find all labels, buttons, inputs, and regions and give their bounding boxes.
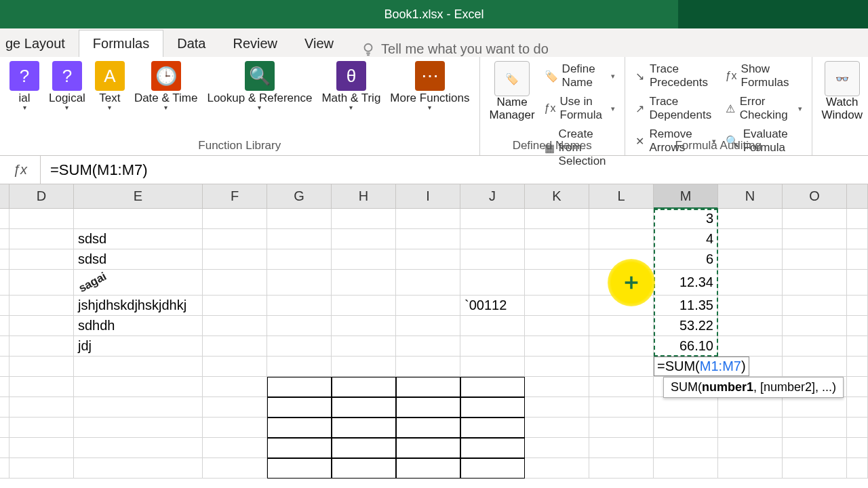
svg-point-0 bbox=[365, 43, 372, 51]
table-row[interactable] bbox=[0, 397, 868, 418]
formula-bar: ƒx =SUM(M1:M7) bbox=[0, 156, 868, 184]
col-header-H[interactable]: H bbox=[332, 184, 396, 209]
table-row[interactable]: 3 bbox=[0, 209, 868, 229]
cell-edit-overlay[interactable]: =SUM(M1:M7) bbox=[654, 357, 749, 376]
fx-button[interactable]: ƒx bbox=[0, 156, 41, 184]
table-row[interactable] bbox=[0, 458, 868, 479]
error-check-icon: ⚠ bbox=[726, 101, 736, 116]
table-row[interactable] bbox=[0, 438, 868, 458]
col-header-K[interactable]: K bbox=[525, 184, 589, 209]
table-row[interactable]: sdhdh53.22 bbox=[0, 316, 868, 336]
table-row[interactable]: jshjdhskdjhskjdhkj`0011211.35 bbox=[0, 296, 868, 316]
lightbulb-icon bbox=[361, 42, 376, 57]
table-row[interactable] bbox=[0, 418, 868, 438]
group-label-defined-names: Defined Names bbox=[487, 138, 618, 154]
title-bar: Book1.xlsx - Excel bbox=[0, 0, 868, 28]
tab-view[interactable]: View bbox=[291, 30, 347, 57]
name-manager-icon: 🏷️ bbox=[505, 73, 519, 85]
col-header-E[interactable]: E bbox=[74, 184, 203, 209]
tab-review[interactable]: Review bbox=[219, 30, 291, 57]
math-trig-button[interactable]: θMath & Trig▾ bbox=[319, 60, 383, 113]
col-header-D[interactable]: D bbox=[9, 184, 74, 209]
tag-icon: 🏷️ bbox=[545, 68, 558, 83]
table-row[interactable]: sdsd4 bbox=[0, 229, 868, 249]
formula-input[interactable]: =SUM(M1:M7) bbox=[41, 161, 868, 179]
col-header-L[interactable]: L bbox=[589, 184, 654, 209]
more-functions-button[interactable]: ⋯More Functions▾ bbox=[387, 60, 472, 113]
col-header-J[interactable]: J bbox=[460, 184, 525, 209]
app-title: Book1.xlsx - Excel bbox=[384, 7, 484, 22]
name-manager-button[interactable]: 🏷️ Name Manager bbox=[487, 60, 538, 123]
col-header-F[interactable]: F bbox=[203, 184, 267, 209]
error-checking-button[interactable]: ⚠Error Checking▾ bbox=[723, 94, 805, 123]
trace-precedents-button[interactable]: ↘Trace Precedents bbox=[632, 61, 719, 91]
tell-me-search[interactable]: Tell me what you want to do bbox=[347, 41, 562, 57]
fx-icon: ƒx bbox=[545, 101, 556, 116]
trace-prec-icon: ↘ bbox=[635, 68, 646, 83]
tab-page-layout[interactable]: ge Layout bbox=[0, 30, 79, 57]
trace-dep-icon: ↗ bbox=[635, 101, 646, 116]
function-tooltip: SUM(number1, [number2], ...) bbox=[663, 377, 844, 398]
column-headers: D E F G H I J K L M N O bbox=[0, 184, 868, 209]
financial-button[interactable]: ?ial▾ bbox=[7, 60, 42, 113]
trace-dependents-button[interactable]: ↗Trace Dependents bbox=[632, 94, 719, 123]
watch-window-icon: 👓 bbox=[835, 73, 849, 85]
col-header-O[interactable]: O bbox=[783, 184, 847, 209]
logical-button[interactable]: ?Logical▾ bbox=[46, 60, 88, 113]
group-label-function-library: Function Library bbox=[7, 138, 473, 154]
col-header-M[interactable]: M bbox=[654, 184, 718, 209]
cursor-highlight-icon bbox=[608, 259, 655, 306]
ribbon: ?ial▾ ?Logical▾ AText▾ 🕒Date & Time▾ 🔍Lo… bbox=[0, 57, 868, 156]
use-in-formula-button[interactable]: ƒxUse in Formula▾ bbox=[542, 94, 618, 123]
col-header-G[interactable]: G bbox=[267, 184, 332, 209]
tab-formulas[interactable]: Formulas bbox=[79, 30, 163, 57]
date-time-button[interactable]: 🕒Date & Time▾ bbox=[132, 60, 201, 113]
show-formulas-button[interactable]: ƒxShow Formulas bbox=[723, 61, 805, 91]
watch-window-button[interactable]: 👓 Watch Window bbox=[819, 60, 865, 123]
show-formulas-icon: ƒx bbox=[726, 68, 737, 83]
col-header-N[interactable]: N bbox=[718, 184, 783, 209]
table-row[interactable]: jdj66.10 bbox=[0, 336, 868, 357]
lookup-button[interactable]: 🔍Lookup & Reference▾ bbox=[204, 60, 315, 113]
window-controls[interactable] bbox=[678, 0, 868, 28]
define-name-button[interactable]: 🏷️Define Name▾ bbox=[542, 61, 618, 91]
ribbon-tabs: ge Layout Formulas Data Review View Tell… bbox=[0, 28, 868, 57]
table-row[interactable]: sagai12.34 bbox=[0, 270, 868, 296]
text-button[interactable]: AText▾ bbox=[92, 60, 127, 113]
worksheet-grid[interactable]: D E F G H I J K L M N O 3 sdsd4 sdsd6 sa… bbox=[0, 184, 868, 479]
group-label-formula-auditing: Formula Auditing bbox=[632, 138, 805, 154]
tab-data[interactable]: Data bbox=[163, 30, 219, 57]
table-row[interactable]: sdsd6 bbox=[0, 249, 868, 270]
col-header-I[interactable]: I bbox=[396, 184, 460, 209]
